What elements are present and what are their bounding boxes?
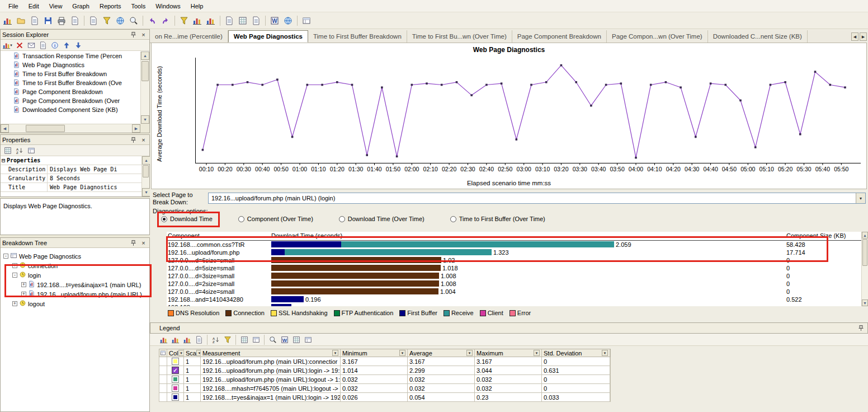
- component-table-scrollbar[interactable]: ▲ ▼: [861, 232, 868, 306]
- radio-button[interactable]: [450, 216, 456, 222]
- property-row[interactable]: DescriptionDisplays Web Page Di: [1, 165, 141, 174]
- tab-page-compon-wn-over-time[interactable]: Page Compon...wn (Over Time): [607, 30, 708, 43]
- chevron-down-icon[interactable]: ▼: [856, 193, 865, 203]
- copy-graph-icon[interactable]: [87, 15, 100, 27]
- tree-item-192-168-t-yes-inajax-1-main-ur[interactable]: +192.168....t=yes&inajax=1 (main URL): [1, 280, 149, 289]
- column-filter-dropdown-icon[interactable]: ▼: [534, 350, 540, 356]
- component-row[interactable]: 192.168....common.css?TtR2.05958.428: [167, 241, 861, 249]
- tree-item-logout[interactable]: +logout: [1, 299, 149, 308]
- menu-view[interactable]: View: [44, 1, 68, 11]
- scroll-down-icon[interactable]: ▼: [141, 115, 149, 124]
- scroll-right-icon[interactable]: ▶: [132, 124, 140, 133]
- scroll-up-icon[interactable]: ▲: [142, 156, 150, 165]
- legend-row[interactable]: ✓1192.16...upload/forum.php (main URL):l…: [159, 366, 611, 375]
- tree-item-192-16-upload-forum-php-main-u[interactable]: +192.16...upload/forum.php (main URL): [1, 289, 149, 299]
- pin-icon[interactable]: [129, 31, 138, 39]
- scrollbar-track[interactable]: [862, 238, 868, 299]
- property-row[interactable]: TitleWeb Page Diagnostics: [1, 183, 141, 192]
- component-row[interactable]: 127.0.0....d=2size=small1.0080: [167, 280, 861, 288]
- print-icon[interactable]: [55, 15, 68, 27]
- granularity-icon[interactable]: [191, 15, 204, 27]
- show-only-icon[interactable]: [182, 335, 192, 345]
- pin-icon[interactable]: [129, 136, 138, 144]
- auto-correlate-icon[interactable]: [237, 15, 249, 27]
- delete-graph-icon[interactable]: [14, 40, 25, 50]
- legend-column-minimum[interactable]: Minimum▼: [341, 349, 408, 357]
- info-icon[interactable]: i: [49, 40, 60, 50]
- redo-icon[interactable]: [159, 15, 172, 27]
- component-row[interactable]: 127.0.0....d=3size=small1.0080: [167, 272, 861, 280]
- copy-icon[interactable]: [194, 335, 204, 345]
- categorized-icon[interactable]: [2, 146, 13, 156]
- measurement-checkbox[interactable]: [172, 385, 179, 392]
- tree-item-web-page-diagnostics[interactable]: -Web Page Diagnostics: [1, 251, 149, 261]
- legend-row[interactable]: 1192.16...upload/forum.php (main URL):co…: [159, 357, 611, 366]
- color-cell[interactable]: [167, 384, 184, 392]
- color-cell[interactable]: [167, 357, 184, 366]
- property-pages-icon[interactable]: [26, 146, 36, 156]
- menu-tools[interactable]: Tools: [126, 1, 150, 11]
- collapse-icon[interactable]: -: [3, 254, 8, 259]
- measurement-checkbox[interactable]: [172, 394, 179, 401]
- radio-time-to-first-buffer-over-time[interactable]: Time to First Buffer (Over Time): [450, 216, 545, 222]
- scroll-up-icon[interactable]: ▲: [141, 52, 149, 60]
- zoom-icon[interactable]: [128, 15, 140, 27]
- move-up-icon[interactable]: [61, 40, 72, 50]
- legend-column-std-deviation[interactable]: Std. Deviation▼: [542, 349, 610, 357]
- component-row[interactable]: 192.168...and=14104342800.1960.522: [167, 296, 861, 303]
- tab-page-component-breakdown[interactable]: Page Component Breakdown: [512, 30, 607, 43]
- session-item-page-component-breakdown[interactable]: Page Component Breakdown: [1, 87, 140, 96]
- component-row[interactable]: 127.0.0....d=6size=small1.020: [167, 256, 861, 264]
- tab-time-to-first-bu-wn-over-time[interactable]: Time to First Bu...wn (Over Time): [407, 30, 512, 43]
- scroll-left-icon[interactable]: ◀: [1, 124, 9, 133]
- legend-column-maximum[interactable]: Maximum▼: [475, 349, 542, 357]
- menu-help[interactable]: Help: [186, 1, 209, 11]
- component-row[interactable]: 127.0.0....d=5size=small1.0180: [167, 264, 861, 272]
- undo-icon[interactable]: [146, 15, 158, 27]
- measurement-checkbox[interactable]: [172, 376, 179, 383]
- radio-download-time[interactable]: Download Time: [161, 216, 213, 222]
- session-item-web-page-diagnostics[interactable]: Web Page Diagnostics: [1, 60, 140, 69]
- column-filter-dropdown-icon[interactable]: ▼: [602, 350, 608, 356]
- session-tree-horizontal-scrollbar[interactable]: ◀ ▶: [1, 124, 140, 133]
- radio-download-time-over-time[interactable]: Download Time (Over Time): [339, 216, 424, 222]
- move-down-icon[interactable]: [73, 40, 83, 50]
- column-filter-dropdown-icon[interactable]: ▼: [178, 350, 184, 356]
- print-preview-icon[interactable]: [69, 15, 81, 27]
- open-session-icon[interactable]: [15, 15, 27, 27]
- word-report-icon[interactable]: W: [268, 15, 281, 27]
- legend-row[interactable]: 1192.16...upload/forum.php (main URL):lo…: [159, 375, 611, 384]
- scroll-down-icon[interactable]: ▼: [142, 188, 150, 196]
- tab-downloaded-c-nent-size-kb[interactable]: Downloaded C...nent Size (KB): [708, 30, 808, 43]
- legend-column-sca[interactable]: Sca▼: [184, 349, 201, 357]
- column-filter-dropdown-icon[interactable]: ▼: [332, 350, 338, 356]
- tab-scroll-left-icon[interactable]: ◀: [851, 32, 858, 41]
- column-filter-dropdown-icon[interactable]: ▼: [466, 350, 473, 356]
- session-item-page-component-breakdown-over[interactable]: Page Component Breakdown (Over: [1, 96, 140, 105]
- expand-icon[interactable]: +: [21, 292, 26, 297]
- add-graph-icon[interactable]: ▾: [2, 40, 13, 50]
- expand-icon[interactable]: +: [21, 282, 26, 287]
- tab-time-to-first-buffer-breakdown[interactable]: Time to First Buffer Breakdown: [308, 30, 407, 43]
- radio-button[interactable]: [238, 216, 244, 222]
- color-cell[interactable]: ✓: [167, 366, 184, 374]
- sort-icon[interactable]: AZ: [210, 335, 221, 345]
- menu-edit[interactable]: Edit: [23, 1, 44, 11]
- color-cell[interactable]: [167, 375, 184, 383]
- html-report-icon[interactable]: [282, 15, 294, 27]
- scrollbar-thumb[interactable]: [862, 239, 867, 266]
- pin-icon[interactable]: [857, 324, 865, 332]
- close-icon[interactable]: ×: [139, 31, 148, 39]
- pin-icon[interactable]: [129, 239, 138, 247]
- collapse-icon[interactable]: ⊟: [2, 158, 5, 163]
- session-item-time-to-first-buffer-breakdown[interactable]: Time to First Buffer Breakdown: [1, 69, 140, 78]
- scroll-up-icon[interactable]: ▲: [862, 232, 868, 238]
- measurement-checkbox[interactable]: ✓: [172, 367, 179, 374]
- component-row[interactable]: 192.168...: [167, 303, 861, 306]
- columns-icon[interactable]: [251, 335, 261, 345]
- grid-options-icon[interactable]: [303, 335, 313, 345]
- scroll-down-icon[interactable]: ▼: [862, 299, 868, 306]
- property-row[interactable]: Granularity8 Seconds: [1, 174, 141, 183]
- expand-icon[interactable]: +: [12, 263, 17, 268]
- tab-scroll-right-icon[interactable]: ▶: [860, 32, 867, 41]
